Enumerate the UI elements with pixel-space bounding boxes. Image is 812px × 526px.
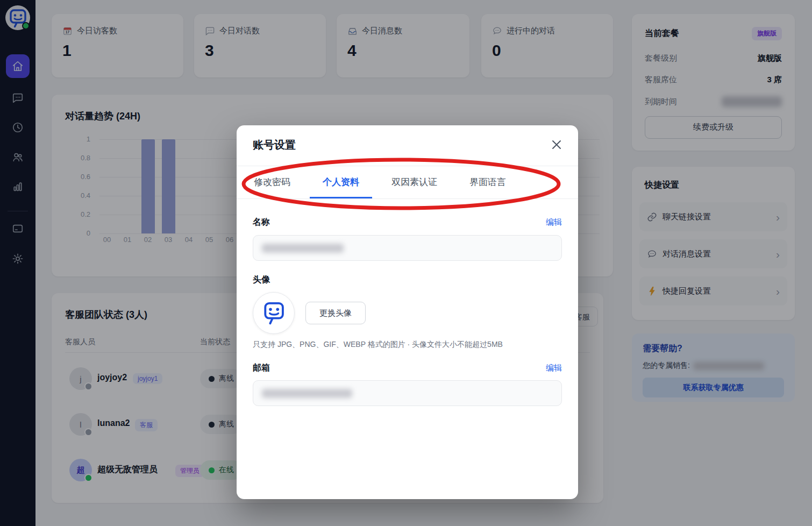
email-input[interactable] (253, 380, 562, 406)
name-field-label: 名称 (253, 217, 270, 228)
name-input[interactable] (253, 235, 562, 261)
redacted-email-value (262, 389, 352, 398)
avatar-field-label: 头像 (253, 274, 270, 286)
tab-two-factor[interactable]: 双因素认证 (379, 166, 450, 198)
change-avatar-button[interactable]: 更换头像 (305, 302, 366, 324)
edit-email-link[interactable]: 编辑 (546, 363, 562, 373)
redacted-name-value (262, 244, 344, 253)
avatar (253, 292, 295, 334)
app-window: 17 今日访客数 1 今日对话数 3 今日消息数 4 (0, 0, 812, 526)
edit-name-link[interactable]: 编辑 (546, 217, 562, 228)
tab-profile[interactable]: 个人资料 (310, 166, 372, 198)
account-settings-modal: 账号设置 修改密码 个人资料 双因素认证 界面语言 名称 编辑 头像 更换头像 (237, 125, 578, 499)
tab-interface-language[interactable]: 界面语言 (457, 166, 519, 198)
email-field-label: 邮箱 (253, 362, 270, 374)
modal-tabs: 修改密码 个人资料 双因素认证 界面语言 (237, 166, 578, 199)
avatar-helper-text: 只支持 JPG、PNG、GIF、WEBP 格式的图片 · 头像文件大小不能超过5… (253, 340, 503, 350)
modal-title: 账号设置 (253, 138, 296, 152)
close-icon[interactable] (550, 138, 563, 151)
tab-change-password[interactable]: 修改密码 (241, 166, 303, 198)
